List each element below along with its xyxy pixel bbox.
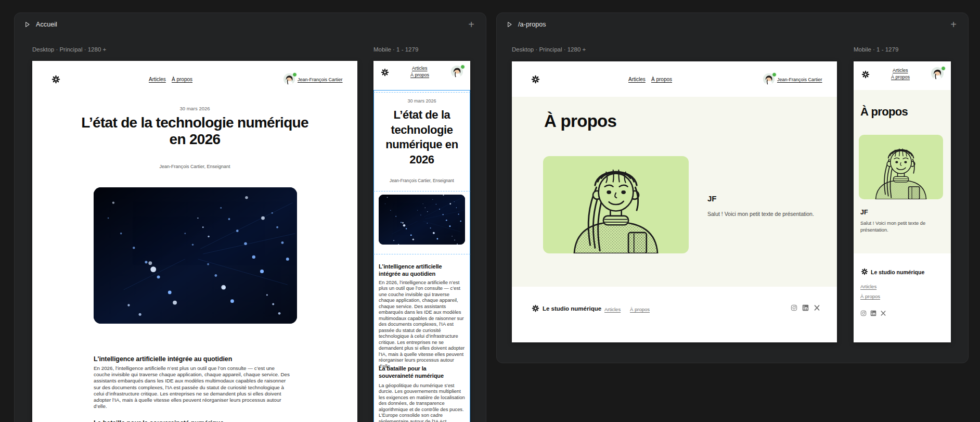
article-byline: Jean-François Cartier, Enseignant [32,164,357,169]
nav-link-articles[interactable]: Articles [628,76,646,82]
about-initials: JF [707,194,717,203]
footer-logo-flower-icon [532,304,539,312]
nav-link-apropos[interactable]: À propos [410,72,429,78]
selection-padding-line [373,92,470,93]
status-badge [292,72,297,77]
instagram-icon[interactable] [860,310,867,316]
nav-link-articles[interactable]: Articles [893,68,908,73]
add-breakpoint-button[interactable]: + [465,18,478,31]
site-logo-flower-icon[interactable] [381,68,389,76]
frame-apropos-desktop[interactable]: Articles À propos Jean-François Cartier … [512,61,837,342]
section-paragraph: En 2026, l’intelligence artificielle n’e… [379,279,465,369]
about-bio: Salut ! Voici mon petit texte de présent… [860,220,927,234]
article-title: L’état de la technologie numérique en 20… [80,114,310,148]
nav-link-articles[interactable]: Articles [412,66,428,71]
about-initials: JF [860,209,868,216]
section-heading: La bataille pour la souveraineté numériq… [379,365,462,380]
status-badge [460,65,465,69]
article-hero-image [94,187,297,324]
portrait-illustration [859,135,943,199]
frame-accueil-desktop[interactable]: Articles À propos Jean-François Cartier … [32,61,357,422]
page-title[interactable]: Accueil [36,21,57,28]
instagram-icon[interactable] [791,304,797,311]
portrait-card [543,156,689,253]
nav-link-apropos[interactable]: À propos [172,76,192,82]
page-panel-accueil[interactable]: Accueil + Desktop · Principal · 1280 + A… [14,12,486,422]
status-badge [941,66,946,71]
selection-padding-line [373,191,470,191]
footer-brand: Le studio numérique [871,269,924,275]
account-link[interactable]: Jean-François Cartier [777,77,822,82]
nav-link-apropos[interactable]: À propos [891,74,910,80]
breakpoint-label-desktop[interactable]: Desktop · Principal · 1280 + [512,46,586,53]
status-badge [772,72,777,77]
x-icon[interactable] [814,304,820,311]
section-paragraph: La géopolitique du numérique s’est durci… [379,382,465,422]
portrait-card [859,135,943,199]
article-byline: Jean-François Cartier, Enseignant [373,178,470,183]
add-breakpoint-button[interactable]: + [947,18,960,31]
footer-link-apropos[interactable]: À propos [630,306,650,312]
section-heading: L'intelligence artificielle intégrée au … [379,263,465,278]
article-date: 30 mars 2026 [373,98,470,104]
site-logo-flower-icon[interactable] [531,75,540,84]
article-title: L’état de la technologie numérique en 20… [380,108,464,167]
page-panel-apropos[interactable]: /a-propos + Desktop · Principal · 1280 +… [496,12,969,363]
footer-link-articles[interactable]: Articles [860,284,876,289]
footer-brand: Le studio numérique [543,305,601,312]
account-link[interactable]: Jean-François Cartier [298,77,343,82]
site-logo-flower-icon[interactable] [51,75,60,84]
x-icon[interactable] [880,310,886,316]
article-date: 30 mars 2026 [32,106,357,111]
nav-link-apropos[interactable]: À propos [651,76,672,82]
footer-link-articles[interactable]: Articles [604,306,621,312]
portrait-illustration [543,156,689,253]
section-paragraph: En 2026, l’intelligence artificielle n’e… [94,365,292,410]
section-heading: La bataille pour la souveraineté numériq… [94,419,224,422]
play-icon[interactable] [23,20,31,29]
about-heading: À propos [544,111,616,131]
panel-header-apropos: /a-propos + [497,13,968,36]
play-icon[interactable] [505,20,513,29]
article-hero-image [379,195,465,245]
selection-padding-line [373,254,470,254]
about-bio: Salut ! Voici mon petit texte de présent… [707,211,814,217]
panel-header-accueil: Accueil + [15,13,486,36]
breakpoint-label-mobile[interactable]: Mobile · 1 - 1279 [373,46,418,53]
frame-apropos-mobile[interactable]: Articles À propos À propos JF Salut ! Vo… [854,61,951,342]
linkedin-icon[interactable] [802,304,809,311]
footer-logo-flower-icon [861,268,868,275]
nav-link-articles[interactable]: Articles [149,76,166,82]
footer-link-apropos[interactable]: À propos [860,293,880,299]
frame-accueil-mobile[interactable]: Articles À propos 30 mars 2026 L’état de… [373,61,470,422]
page-title[interactable]: /a-propos [518,21,546,28]
about-heading: À propos [860,105,908,119]
breakpoint-label-desktop[interactable]: Desktop · Principal · 1280 + [32,46,106,53]
breakpoint-label-mobile[interactable]: Mobile · 1 - 1279 [854,46,898,53]
site-logo-flower-icon[interactable] [861,70,870,79]
linkedin-icon[interactable] [870,310,876,316]
section-heading: L'intelligence artificielle intégrée au … [94,355,232,363]
